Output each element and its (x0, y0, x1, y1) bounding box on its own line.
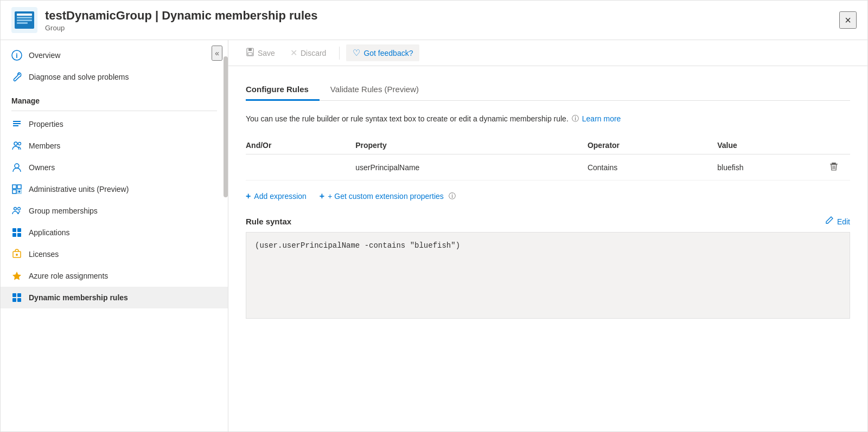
feedback-button[interactable]: ♡ Got feedback? (346, 44, 419, 61)
description-text: You can use the rule builder or rule syn… (246, 114, 850, 124)
sidebar-item-label: Azure role assignments (29, 272, 108, 280)
tab-validate[interactable]: Validate Rules (Preview) (320, 79, 430, 101)
svg-rect-17 (12, 190, 16, 194)
svg-rect-2 (17, 14, 32, 16)
edit-link[interactable]: Edit (825, 216, 850, 227)
svg-point-14 (15, 164, 19, 168)
close-button[interactable]: × (839, 11, 857, 29)
add-expression-link[interactable]: + Add expression (246, 191, 307, 201)
sidebar-item-applications[interactable]: Applications (1, 222, 228, 243)
svg-rect-32 (17, 298, 21, 302)
svg-rect-4 (17, 20, 32, 21)
svg-point-12 (14, 142, 17, 145)
toolbar-divider (339, 47, 340, 60)
sidebar-item-owners[interactable]: Owners (1, 157, 228, 178)
sidebar-item-members[interactable]: Members (1, 135, 228, 157)
col-property: Property (355, 137, 588, 154)
licenses-icon (11, 249, 22, 260)
page-section-title: Dynamic membership rules (162, 9, 317, 22)
owners-icon (11, 162, 22, 173)
plus-icon: + (246, 191, 251, 201)
svg-rect-5 (17, 22, 28, 24)
page-title: testDynamicGroup | Dynamic membership ru… (45, 9, 839, 23)
discard-icon: ✕ (290, 48, 297, 58)
sidebar-item-label: Administrative units (Preview) (29, 185, 129, 194)
svg-rect-10 (13, 123, 21, 124)
page-header: testDynamicGroup | Dynamic membership ru… (1, 1, 867, 40)
sidebar-item-label: Applications (29, 228, 70, 237)
sidebar-item-dynamic-rules[interactable]: Dynamic membership rules (1, 287, 228, 308)
cell-delete[interactable] (828, 154, 850, 180)
sidebar: « i Overview (1, 40, 228, 431)
wrench-icon (11, 72, 22, 82)
rule-builder-table: And/Or Property Operator Value userPrinc… (246, 137, 850, 180)
svg-point-20 (14, 208, 17, 210)
svg-rect-16 (17, 185, 21, 189)
svg-rect-22 (12, 228, 16, 232)
group-memberships-icon (11, 205, 22, 216)
content-area: Configure Rules Validate Rules (Preview)… (228, 66, 867, 431)
header-title-group: testDynamicGroup | Dynamic membership ru… (45, 9, 839, 32)
sidebar-item-azure-roles[interactable]: Azure role assignments (1, 265, 228, 287)
svg-point-8 (18, 74, 20, 75)
cell-operator: Contains (588, 154, 717, 180)
svg-point-13 (18, 143, 21, 145)
actions-row: + Add expression + + Get custom extensio… (246, 191, 850, 201)
learn-more-link[interactable]: Learn more (582, 114, 621, 123)
sidebar-item-diagnose[interactable]: Diagnose and solve problems (1, 66, 228, 88)
svg-rect-15 (12, 185, 16, 189)
trash-icon (828, 161, 839, 172)
sidebar-item-label: Group memberships (29, 207, 98, 215)
col-actions (828, 137, 850, 154)
svg-point-21 (18, 208, 21, 210)
svg-rect-25 (17, 233, 21, 237)
svg-rect-37 (830, 164, 838, 165)
sidebar-item-label: Properties (29, 120, 63, 128)
tabs: Configure Rules Validate Rules (Preview) (246, 79, 850, 101)
svg-marker-28 (12, 272, 21, 280)
info-icon: i (11, 50, 22, 61)
discard-button[interactable]: ✕ Discard (284, 44, 333, 61)
svg-rect-29 (12, 293, 16, 297)
table-row: userPrincipalName Contains bluefish (246, 154, 850, 180)
group-name: testDynamicGroup (45, 9, 152, 22)
section-divider (11, 111, 217, 111)
get-custom-link[interactable]: + + Get custom extension properties ⓘ (320, 191, 456, 201)
sidebar-item-overview[interactable]: i Overview (1, 44, 228, 66)
sidebar-item-properties[interactable]: Properties (1, 113, 228, 135)
properties-icon (11, 119, 22, 130)
sidebar-item-licenses[interactable]: Licenses (1, 243, 228, 265)
rule-syntax-title: Rule syntax (246, 217, 291, 226)
sidebar-item-label: Licenses (29, 250, 59, 259)
svg-rect-35 (248, 53, 252, 55)
svg-rect-24 (12, 233, 16, 237)
main-content: Save ✕ Discard ♡ Got feedback? Configure… (228, 40, 867, 431)
applications-icon (11, 227, 22, 238)
save-icon (246, 48, 254, 58)
rule-syntax-textarea[interactable] (246, 232, 850, 319)
col-value: Value (717, 137, 828, 154)
save-button[interactable]: Save (239, 44, 282, 61)
group-icon (11, 7, 37, 33)
sidebar-collapse-button[interactable]: « (212, 46, 222, 61)
edit-pencil-icon (825, 216, 834, 227)
svg-rect-31 (12, 298, 16, 302)
sidebar-item-label: Overview (29, 51, 60, 60)
sidebar-item-group-memberships[interactable]: Group memberships (1, 200, 228, 222)
cell-and-or (246, 154, 355, 180)
svg-rect-23 (17, 228, 21, 232)
info-icon: ⓘ (572, 114, 579, 124)
svg-rect-36 (832, 163, 836, 164)
members-icon (11, 140, 22, 151)
sidebar-item-admin-units[interactable]: Administrative units (Preview) (1, 178, 228, 200)
sidebar-item-label: Diagnose and solve problems (29, 73, 129, 81)
col-and-or: And/Or (246, 137, 355, 154)
sidebar-item-label: Dynamic membership rules (29, 293, 128, 302)
manage-section-header: Manage (1, 88, 228, 108)
sidebar-scrollbar (224, 56, 228, 197)
sidebar-item-label: Owners (29, 163, 55, 172)
admin-icon (11, 184, 22, 195)
feedback-heart-icon: ♡ (353, 48, 360, 58)
svg-point-19 (18, 191, 21, 193)
tab-configure[interactable]: Configure Rules (246, 79, 320, 101)
